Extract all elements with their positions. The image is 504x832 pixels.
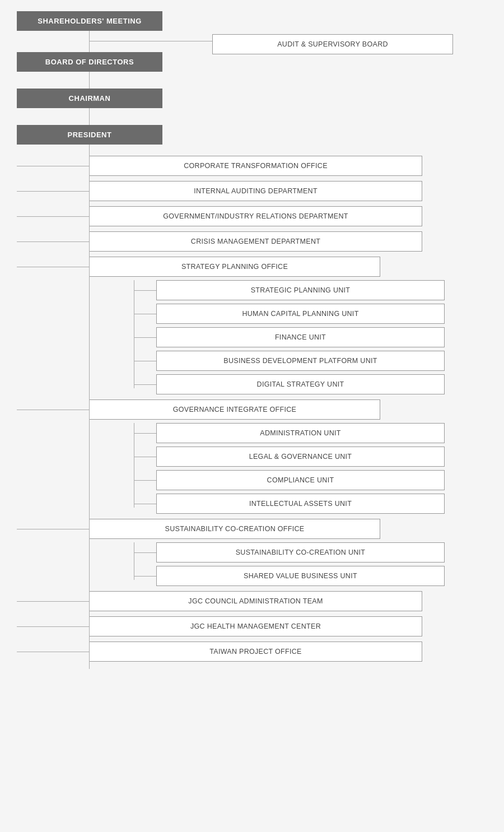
human-capital-planning-unit: HUMAN CAPITAL PLANNING UNIT <box>156 304 445 324</box>
strategy-units-section: STRATEGIC PLANNING UNIT HUMAN CAPITAL PL… <box>17 280 487 399</box>
unit-row: SUSTAINABILITY CO-CREATION UNIT <box>17 542 487 563</box>
compliance-unit: COMPLIANCE UNIT <box>156 470 445 490</box>
jgc-council-admin-team: JGC COUNCIL ADMINISTRATION TEAM <box>89 591 422 611</box>
governance-units-section: ADMINISTRATION UNIT LEGAL & GOVERNANCE U… <box>17 423 487 519</box>
chairman: CHAIRMAN <box>17 89 162 108</box>
direct-report-row: CORPORATE TRANSFORMATION OFFICE <box>17 156 487 176</box>
president-section: CORPORATE TRANSFORMATION OFFICE INTERNAL… <box>17 156 487 669</box>
strategy-planning-office: STRATEGY PLANNING OFFICE <box>89 257 380 277</box>
unit-row: COMPLIANCE UNIT <box>17 470 487 490</box>
direct-report-row: INTERNAL AUDITING DEPARTMENT <box>17 181 487 201</box>
org-chart: SHAREHOLDERS' MEETING AUDIT & SUPERVISOR… <box>17 11 487 669</box>
jgc-health-management-center: JGC HEALTH MANAGEMENT CENTER <box>89 616 422 636</box>
crisis-management-dept: CRISIS MANAGEMENT DEPARTMENT <box>89 231 422 252</box>
president-spine <box>89 156 90 669</box>
govt-industry-relations: GOVERNMENT/INDUSTRY RELATIONS DEPARTMENT <box>89 206 422 226</box>
audit-supervisory-board: AUDIT & SUPERVISORY BOARD <box>212 34 453 54</box>
sustainability-co-creation-unit: SUSTAINABILITY CO-CREATION UNIT <box>156 542 445 563</box>
president: PRESIDENT <box>17 125 162 145</box>
direct-reports: CORPORATE TRANSFORMATION OFFICE INTERNAL… <box>17 156 487 257</box>
administration-unit: ADMINISTRATION UNIT <box>156 423 445 443</box>
unit-row: ADMINISTRATION UNIT <box>17 423 487 443</box>
unit-row: FINANCE UNIT <box>17 327 487 347</box>
sustainability-units-section: SUSTAINABILITY CO-CREATION UNIT SHARED V… <box>17 542 487 591</box>
unit-row: STRATEGIC PLANNING UNIT <box>17 280 487 300</box>
biz-dev-platform-unit: BUSINESS DEVELOPMENT PLATFORM UNIT <box>156 351 445 371</box>
finance-unit: FINANCE UNIT <box>156 327 445 347</box>
unit-row: INTELLECTUAL ASSETS UNIT <box>17 494 487 514</box>
unit-row: HUMAN CAPITAL PLANNING UNIT <box>17 304 487 324</box>
strategy-planning-block: STRATEGY PLANNING OFFICE STRATEGIC PLANN… <box>17 257 487 399</box>
governance-integrate-office: GOVERNANCE INTEGRATE OFFICE <box>89 399 380 420</box>
sustainability-spine <box>134 542 134 580</box>
digital-strategy-unit: DIGITAL STRATEGY UNIT <box>156 374 445 394</box>
governance-office-row: GOVERNANCE INTEGRATE OFFICE <box>17 399 487 420</box>
strategic-planning-unit: STRATEGIC PLANNING UNIT <box>156 280 445 300</box>
taiwan-project-office: TAIWAN PROJECT OFFICE <box>89 642 422 662</box>
sustainability-block: SUSTAINABILITY CO-CREATION OFFICE SUSTAI… <box>17 519 487 591</box>
direct-report-row: TAIWAN PROJECT OFFICE <box>17 642 487 662</box>
shareholders-meeting: SHAREHOLDERS' MEETING <box>17 11 162 31</box>
strategy-spine <box>134 280 134 388</box>
unit-row: SHARED VALUE BUSINESS UNIT <box>17 566 487 586</box>
governance-block: GOVERNANCE INTEGRATE OFFICE ADMINISTRATI… <box>17 399 487 519</box>
strategy-planning-office-row: STRATEGY PLANNING OFFICE <box>17 257 487 277</box>
unit-row: BUSINESS DEVELOPMENT PLATFORM UNIT <box>17 351 487 371</box>
internal-auditing-dept: INTERNAL AUDITING DEPARTMENT <box>89 181 422 201</box>
sustainability-office-row: SUSTAINABILITY CO-CREATION OFFICE <box>17 519 487 539</box>
intellectual-assets-unit: INTELLECTUAL ASSETS UNIT <box>156 494 445 514</box>
direct-report-row: JGC COUNCIL ADMINISTRATION TEAM <box>17 591 487 611</box>
direct-report-row: GOVERNMENT/INDUSTRY RELATIONS DEPARTMENT <box>17 206 487 226</box>
sustainability-co-creation-office: SUSTAINABILITY CO-CREATION OFFICE <box>89 519 380 539</box>
unit-row: LEGAL & GOVERNANCE UNIT <box>17 447 487 467</box>
unit-row: DIGITAL STRATEGY UNIT <box>17 374 487 394</box>
board-of-directors: BOARD OF DIRECTORS <box>17 52 162 72</box>
governance-spine <box>134 423 134 508</box>
shared-value-business-unit: SHARED VALUE BUSINESS UNIT <box>156 566 445 586</box>
direct-report-row: JGC HEALTH MANAGEMENT CENTER <box>17 616 487 636</box>
corporate-transformation-office: CORPORATE TRANSFORMATION OFFICE <box>89 156 422 176</box>
legal-governance-unit: LEGAL & GOVERNANCE UNIT <box>156 447 445 467</box>
direct-report-row: CRISIS MANAGEMENT DEPARTMENT <box>17 231 487 252</box>
